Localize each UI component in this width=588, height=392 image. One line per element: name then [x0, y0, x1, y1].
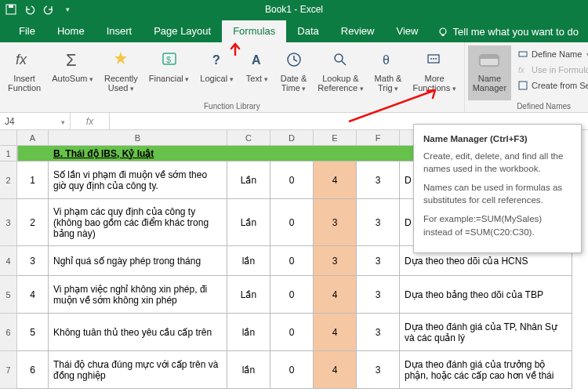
row-header[interactable]: 5	[0, 276, 17, 314]
cell-num[interactable]: 3	[17, 246, 49, 276]
name-manager-icon	[477, 47, 501, 72]
cell-e[interactable]: 4	[314, 351, 357, 389]
row-header[interactable]: 2	[0, 162, 17, 199]
row-header-1[interactable]: 1	[0, 146, 17, 162]
cell-e[interactable]: 4	[314, 314, 357, 351]
financial-icon: $	[160, 47, 179, 72]
tab-data[interactable]: Data	[286, 20, 329, 42]
cell-num[interactable]: 1	[17, 162, 49, 199]
insert-function-button[interactable]: fx Insert Function	[3, 45, 45, 100]
save-icon[interactable]	[5, 3, 17, 16]
col-header-a[interactable]: A	[17, 130, 49, 146]
cell-d[interactable]: 0	[270, 246, 314, 276]
redo-icon[interactable]	[42, 3, 55, 16]
tab-view[interactable]: View	[385, 20, 429, 42]
select-all-corner[interactable]	[0, 130, 17, 146]
cell-unit[interactable]: lần	[227, 314, 270, 351]
logical-button[interactable]: ? Logical	[195, 45, 238, 100]
cell-g[interactable]: Dựa theo bảng theo dõi của TBP	[400, 276, 572, 314]
cell-g[interactable]: Dựa theo đánh giá của trưởng bộ phận, ho…	[400, 351, 572, 389]
tab-file[interactable]: File	[8, 20, 46, 42]
cell-desc[interactable]: Nghỉ quá số ngày phép trong tháng	[49, 246, 227, 276]
cell-g[interactable]: Dựa theo đánh giá của TP, Nhân Sự và các…	[400, 314, 572, 351]
cell-unit[interactable]: lần	[227, 351, 270, 389]
row-header[interactable]: 3	[0, 199, 17, 246]
cell-e[interactable]: 3	[314, 199, 357, 246]
cell-e[interactable]: 4	[314, 276, 357, 314]
text-button[interactable]: A Text	[240, 45, 274, 100]
insert-function-label: Insert Function	[8, 74, 41, 93]
date-time-button[interactable]: Date & Time	[276, 45, 312, 100]
fx-label[interactable]: fx	[71, 113, 110, 129]
cell-num[interactable]: 6	[17, 351, 49, 389]
cell-f[interactable]: 3	[357, 351, 400, 389]
col-header-c[interactable]: C	[227, 130, 270, 146]
cell-f[interactable]: 3	[357, 246, 400, 276]
col-header-d[interactable]: D	[270, 130, 314, 146]
cell-d[interactable]: 0	[270, 199, 314, 246]
row-header[interactable]: 7	[0, 351, 17, 389]
cell-desc[interactable]: Số lần vi phạm đi muộn về sớm theo giờ q…	[49, 162, 227, 199]
tab-insert[interactable]: Insert	[96, 20, 143, 42]
cell-f[interactable]: 3	[357, 162, 400, 199]
cell-unit[interactable]: Lần	[227, 276, 270, 314]
logical-icon: ?	[208, 47, 227, 72]
cell-desc[interactable]: Vi phạm các quy định của công ty (không …	[49, 199, 227, 246]
col-header-f[interactable]: F	[357, 130, 400, 146]
cell-e[interactable]: 3	[314, 246, 357, 276]
svg-marker-6	[114, 52, 127, 64]
tab-home[interactable]: Home	[46, 20, 96, 42]
define-name-button[interactable]: Define Name▾	[516, 47, 588, 61]
cell-desc[interactable]: Thái độ chưa đúng mực với cấp trên và đồ…	[49, 351, 227, 389]
ribbon-tabs: File Home Insert Page Layout Formulas Da…	[0, 19, 588, 42]
cell-desc[interactable]: Không tuân thủ theo yêu cầu cấp trên	[49, 314, 227, 351]
cell-e[interactable]: 4	[314, 162, 357, 199]
undo-icon[interactable]	[24, 3, 36, 16]
cell-d[interactable]: 0	[270, 276, 314, 314]
cell-f[interactable]: 3	[357, 314, 400, 351]
tooltip-p2: Names can be used in formulas as substit…	[423, 181, 572, 206]
name-manager-button[interactable]: Name Manager	[468, 45, 511, 100]
cell-f[interactable]: 3	[357, 199, 400, 246]
cell-unit[interactable]: Lần	[227, 162, 270, 199]
recently-used-button[interactable]: Recently Used	[100, 45, 143, 100]
col-header-e[interactable]: E	[314, 130, 357, 146]
lookup-reference-button[interactable]: Lookup & Reference	[313, 45, 368, 100]
tab-review[interactable]: Review	[330, 20, 386, 42]
svg-point-17	[433, 58, 434, 60]
qat-customize-icon[interactable]: ▾	[61, 3, 74, 16]
use-in-formula-button[interactable]: fx Use in Formula▾	[516, 63, 588, 77]
window-title: Book1 - Excel	[265, 4, 323, 15]
cell-num[interactable]: 2	[17, 199, 49, 246]
row-header[interactable]: 6	[0, 314, 17, 351]
cell-unit[interactable]: lần	[227, 246, 270, 276]
col-header-b[interactable]: B	[49, 130, 227, 146]
cell-d[interactable]: 0	[270, 162, 314, 199]
tell-me[interactable]: Tell me what you want to do	[437, 26, 588, 42]
name-box[interactable]: J4	[0, 113, 71, 129]
section-title-cell[interactable]: B. Thái độ IBS, Kỷ luật	[49, 146, 227, 162]
cell-f[interactable]: 3	[357, 276, 400, 314]
more-functions-button[interactable]: More Functions	[408, 45, 460, 100]
quick-access-toolbar: ▾	[5, 3, 74, 16]
financial-button[interactable]: $ Financial	[144, 45, 194, 100]
create-from-selection-button[interactable]: Create from Selection	[516, 78, 588, 93]
cell-d[interactable]: 0	[270, 314, 314, 351]
row-header[interactable]: 4	[0, 246, 17, 276]
cell-d[interactable]: 0	[270, 351, 314, 389]
svg-point-16	[430, 58, 432, 60]
tab-page-layout[interactable]: Page Layout	[143, 20, 222, 42]
cell-num[interactable]: 5	[17, 314, 49, 351]
cell-unit[interactable]: Lần	[227, 199, 270, 246]
autosum-button[interactable]: Σ AutoSum	[47, 45, 98, 100]
table-row: 65Không tuân thủ theo yêu cầu cấp trênlầ…	[0, 314, 572, 351]
cell-desc[interactable]: Vi phạm việc nghỉ không xin phép, đi muộ…	[49, 276, 227, 314]
svg-point-18	[435, 58, 437, 60]
tab-formulas[interactable]: Formulas	[222, 20, 286, 42]
name-manager-tooltip: Name Manager (Ctrl+F3) Create, edit, del…	[413, 124, 582, 253]
name-manager-label: Name Manager	[473, 74, 506, 93]
math-trig-button[interactable]: θ Math & Trig	[370, 45, 407, 100]
cell-num[interactable]: 4	[17, 276, 49, 314]
table-row: 54Vi phạm việc nghỉ không xin phép, đi m…	[0, 276, 572, 314]
svg-rect-21	[519, 52, 527, 56]
